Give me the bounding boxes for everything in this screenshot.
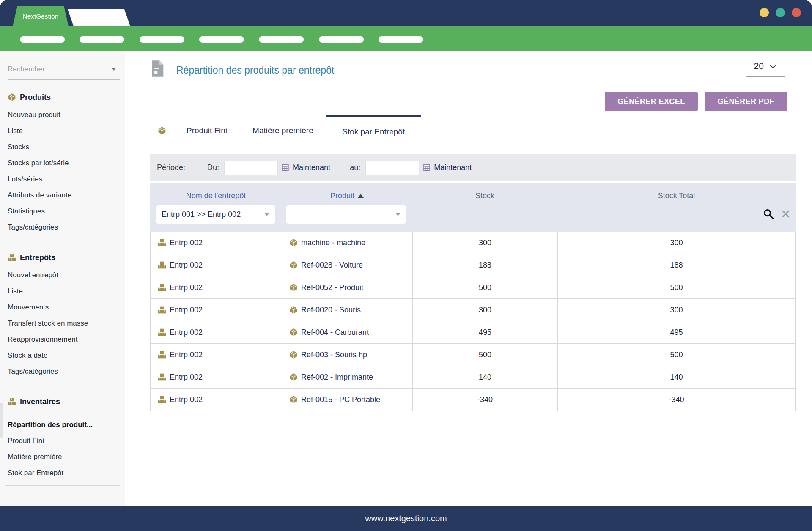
nav-pill[interactable] [259,36,304,43]
sidebar-item-attributs-variante[interactable]: Attributs de variante [0,187,125,203]
sidebar-divider [5,384,120,384]
tab-produit-fini[interactable]: Produit Fini [174,115,240,146]
window-minimize-dot[interactable] [760,8,769,17]
nav-pill[interactable] [379,36,423,43]
calendar-icon[interactable] [423,164,430,171]
warehouse-icon [158,283,166,292]
nav-pill[interactable] [199,36,244,43]
table-filter-row: Entrp 001 >> Entrp 002 [150,205,796,228]
chevron-down-icon [770,65,776,69]
period-from-input[interactable] [224,161,278,175]
table-row[interactable]: Entrp 002 Ref-0028 - Voiture 188 188 [151,254,795,276]
product-icon [289,395,298,404]
main-content: Répartition des produits par entrepôt 20… [125,51,812,506]
tab-matiere-premiere[interactable]: Matière première [240,115,326,146]
warehouse-icon [158,350,166,359]
sidebar-item-stocks[interactable]: Stocks [0,139,125,155]
sort-ascending-icon [358,194,364,198]
sidebar-item-matiere-premiere[interactable]: Matière première [0,449,125,465]
product-icon [289,261,298,269]
app-window: NextGestion Rechercher Produits [0,0,812,531]
warehouse-icon [158,373,166,381]
window-controls [760,8,801,17]
sidebar-item-tags-categories-produits[interactable]: Tags/catégories [0,219,125,235]
period-to-now-link[interactable]: Maintenant [434,163,472,172]
table-column-headers: Nom de l'entrepôt Produit Stock Stock To… [150,183,796,205]
column-header-product-sorted[interactable]: Produit [282,192,412,200]
table-row[interactable]: Entrp 002 Ref-0020 - Souris 300 300 [151,299,795,321]
table-row[interactable]: Entrp 002 Ref-002 - Imprimante 140 140 [151,366,795,389]
sidebar-scrollbar-thumb[interactable] [0,403,3,438]
product-icon [289,283,298,292]
clear-filter-icon[interactable] [781,209,790,220]
sidebar-item-stok-par-entrepot[interactable]: Stok par Entrepôt [0,465,125,481]
chevron-down-icon [264,213,269,216]
product-icon [289,350,298,359]
chevron-down-icon [111,68,116,71]
sidebar-section-inventaires: inventaires [8,394,125,410]
sidebar-item-stocks-lot-serie[interactable]: Stocks par lot/série [0,155,125,171]
column-header-stock[interactable]: Stock [412,192,557,200]
search-icon[interactable] [763,208,774,221]
period-label: Période: [157,163,185,172]
cubes-icon [8,397,16,406]
period-filter-bar: Période: Du: Maintenant au: Maintenant [150,154,796,181]
stock-table: Entrp 002 machine - machine 300 300 Entr… [150,232,796,411]
calendar-icon[interactable] [282,164,289,171]
product-icon [289,306,298,314]
nav-pill[interactable] [20,36,65,43]
sidebar-item-lots-series[interactable]: Lots/séries [0,171,125,187]
warehouse-filter-select[interactable]: Entrp 001 >> Entrp 002 [156,205,275,224]
sidebar-item-stock-a-date[interactable]: Stock à date [0,348,125,364]
period-to-label: au: [350,163,360,172]
sidebar-section-entrepots: Entrepôts [8,249,125,266]
sidebar-item-tags-categories-entrepots[interactable]: Tags/catégories [0,364,125,380]
window-maximize-dot[interactable] [776,8,785,17]
sidebar-item-repartition-produits[interactable]: Répartition des produit... [0,417,125,433]
page-title: Répartition des produits par entrepôt [176,65,334,76]
footer-url: www.nextgestion.com [365,514,447,523]
browser-tab-shape [68,9,130,26]
nav-pill[interactable] [80,36,124,43]
table-row[interactable]: Entrp 002 Ref-0015 - PC Portable -340 -3… [151,389,795,411]
sidebar-item-liste-produits[interactable]: Liste [0,123,125,139]
period-from-now-link[interactable]: Maintenant [293,163,330,172]
sidebar: Rechercher Produits Nouveau produit List… [0,51,125,506]
column-header-stock-total[interactable]: Stock Total [557,192,796,200]
sidebar-item-mouvements[interactable]: Mouvements [0,299,125,315]
sidebar-item-liste-entrepots[interactable]: Liste [0,283,125,299]
sidebar-divider [5,414,120,414]
tab-stok-par-entrepot[interactable]: Stok par Entrepôt [326,115,421,147]
table-row[interactable]: Entrp 002 Ref-004 - Carburant 495 495 [151,321,795,344]
sidebar-item-statistiques[interactable]: Statistiques [0,203,125,219]
warehouse-icon [158,306,166,314]
sidebar-item-transfert-stock-masse[interactable]: Transfert stock en masse [0,315,125,331]
warehouse-filter-value: Entrp 001 >> Entrp 002 [162,210,264,219]
warehouse-icon [158,395,166,404]
table-row[interactable]: Entrp 002 machine - machine 300 300 [151,232,795,254]
sidebar-item-nouvel-entrepot[interactable]: Nouvel entrepôt [0,267,125,283]
page-size-select[interactable]: 20 [746,61,785,77]
sidebar-item-nouveau-produit[interactable]: Nouveau produit [0,107,125,123]
warehouse-icon [158,261,166,269]
generate-pdf-button[interactable]: GÉNÉRER PDF [705,92,787,111]
sidebar-item-produit-fini[interactable]: Produit Fini [0,433,125,449]
sidebar-item-reapprovisionnement[interactable]: Réapprovisionnement [0,331,125,348]
product-filter-select[interactable] [286,205,406,224]
period-to-input[interactable] [365,161,419,175]
sidebar-search-select[interactable]: Rechercher [8,63,120,80]
product-icon [289,328,298,337]
table-row[interactable]: Entrp 002 Ref-0052 - Produit 500 500 [151,276,795,299]
period-from-label: Du: [207,163,219,172]
main-nav-bar [0,26,812,51]
product-icon [289,238,298,247]
nav-pill[interactable] [319,36,364,43]
nav-pill[interactable] [140,36,184,43]
generate-excel-button[interactable]: GÉNÉRER EXCEL [605,92,697,111]
footer: www.nextgestion.com [0,506,812,531]
column-header-warehouse[interactable]: Nom de l'entrepôt [150,192,282,200]
product-icon [289,373,298,381]
table-row[interactable]: Entrp 002 Ref-003 - Souris hp 500 500 [151,344,795,366]
window-close-dot[interactable] [792,8,801,17]
chevron-down-icon [395,213,401,216]
